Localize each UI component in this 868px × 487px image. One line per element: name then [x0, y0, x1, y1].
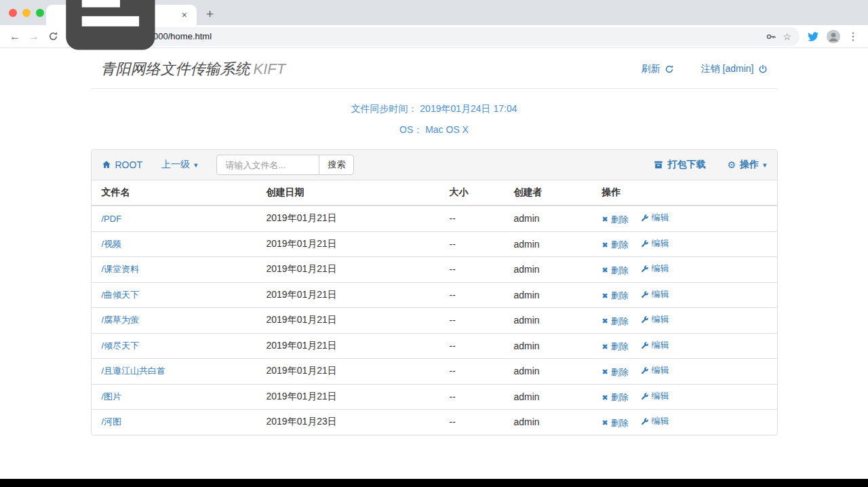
edit-button[interactable]: 编辑 — [641, 288, 669, 300]
file-size: -- — [444, 282, 509, 308]
search-button[interactable]: 搜索 — [319, 155, 354, 175]
table-row: /图片 2019年01月21日 -- admin ✖删除 编辑 — [92, 384, 777, 410]
file-toolbar: ROOT 上一级 ▾ 搜索 打包下载 — [92, 150, 777, 180]
file-date: 2019年01月21日 — [261, 257, 444, 283]
column-header-date: 创建日期 — [261, 180, 444, 206]
refresh-button[interactable]: 刷新 — [642, 63, 674, 75]
delete-button[interactable]: ✖删除 — [602, 315, 629, 328]
os-label: OS： — [399, 124, 422, 135]
extension-icon[interactable] — [808, 31, 819, 42]
delete-button[interactable]: ✖删除 — [602, 391, 629, 404]
table-row: /倾尽天下 2019年01月21日 -- admin ✖删除 编辑 — [92, 333, 777, 359]
file-creator: admin — [509, 410, 597, 435]
fullscreen-window-button[interactable] — [36, 9, 44, 17]
profile-avatar[interactable] — [826, 29, 841, 44]
tab-favicon — [53, 0, 168, 66]
minimize-window-button[interactable] — [22, 9, 31, 17]
file-date: 2019年01月23日 — [261, 410, 444, 435]
table-row: /腐草为萤 2019年01月21日 -- admin ✖删除 编辑 — [92, 308, 777, 334]
search-input[interactable] — [216, 155, 319, 175]
delete-button[interactable]: ✖删除 — [602, 265, 629, 277]
delete-icon: ✖ — [602, 292, 608, 300]
browser-tab[interactable]: KIFT × — [46, 5, 197, 25]
table-row: /曲倾天下 2019年01月21日 -- admin ✖删除 编辑 — [92, 282, 777, 308]
file-creator: admin — [509, 308, 597, 334]
edit-button[interactable]: 编辑 — [641, 212, 669, 224]
actions-dropdown[interactable]: ⚙ 操作 ▾ — [727, 159, 766, 171]
file-link[interactable]: /PDF — [102, 214, 122, 224]
table-header-row: 文件名 创建日期 大小 创建者 操作 — [92, 180, 777, 206]
logout-button[interactable]: 注销 [admin] — [701, 63, 768, 75]
wrench-icon — [641, 366, 649, 374]
file-link[interactable]: /图片 — [102, 391, 122, 402]
file-date: 2019年01月21日 — [261, 308, 444, 334]
sync-time-line: 文件同步时间： 2019年01月24日 17:04 — [91, 103, 778, 115]
file-date: 2019年01月21日 — [261, 206, 444, 231]
edit-button[interactable]: 编辑 — [641, 339, 669, 351]
table-row: /PDF 2019年01月21日 -- admin ✖删除 编辑 — [92, 206, 777, 231]
chevron-down-icon: ▾ — [763, 161, 767, 170]
wrench-icon — [641, 315, 649, 324]
file-link[interactable]: /腐草为萤 — [102, 315, 140, 325]
file-size: -- — [444, 231, 509, 257]
edit-button[interactable]: 编辑 — [641, 415, 669, 427]
file-size: -- — [444, 308, 509, 334]
file-size: -- — [444, 333, 509, 359]
column-header-size: 大小 — [444, 180, 509, 206]
file-link[interactable]: /河图 — [102, 416, 122, 427]
edit-button[interactable]: 编辑 — [641, 237, 669, 250]
delete-button[interactable]: ✖删除 — [602, 290, 629, 302]
file-link[interactable]: /视频 — [102, 239, 122, 249]
tab-close-icon[interactable]: × — [179, 9, 190, 21]
address-bar[interactable]: ⓘ 127.0.0.1:9000/home.html ☆ — [85, 27, 800, 46]
delete-button[interactable]: ✖删除 — [602, 340, 629, 353]
table-row: /课堂资料 2019年01月21日 -- admin ✖删除 编辑 — [92, 257, 777, 283]
delete-icon: ✖ — [602, 368, 608, 376]
password-key-icon[interactable] — [766, 31, 776, 42]
search-group: 搜索 — [216, 155, 354, 175]
edit-button[interactable]: 编辑 — [641, 313, 669, 326]
file-creator: admin — [509, 282, 597, 308]
os-value: Mac OS X — [425, 124, 469, 135]
new-tab-button[interactable]: + — [206, 7, 214, 22]
file-link[interactable]: /且邀江山共白首 — [102, 366, 166, 376]
wrench-icon — [641, 265, 649, 273]
file-date: 2019年01月21日 — [261, 333, 444, 359]
table-row: /视频 2019年01月21日 -- admin ✖删除 编辑 — [92, 231, 777, 257]
delete-icon: ✖ — [602, 418, 608, 427]
wrench-icon — [641, 392, 649, 400]
delete-button[interactable]: ✖删除 — [602, 239, 629, 251]
close-window-button[interactable] — [9, 9, 17, 17]
back-icon[interactable]: ← — [5, 27, 24, 46]
bookmark-star-icon[interactable]: ☆ — [783, 31, 791, 42]
file-link[interactable]: /曲倾天下 — [102, 290, 140, 300]
edit-button[interactable]: 编辑 — [641, 364, 669, 376]
file-table-body: /PDF 2019年01月21日 -- admin ✖删除 编辑 /视频 201… — [92, 206, 777, 435]
delete-button[interactable]: ✖删除 — [602, 214, 629, 226]
package-download-button[interactable]: 打包下载 — [654, 159, 705, 171]
file-size: -- — [444, 359, 509, 385]
edit-button[interactable]: 编辑 — [641, 262, 669, 275]
edit-button[interactable]: 编辑 — [641, 390, 669, 402]
screen: KIFT × + ← → ⓘ 127.0.0.1:9000/home.html … — [0, 0, 868, 487]
delete-button[interactable]: ✖删除 — [602, 366, 629, 378]
archive-icon — [654, 160, 663, 170]
desktop-edge — [0, 479, 868, 487]
file-creator: admin — [509, 384, 597, 410]
sync-time-label: 文件同步时间： — [351, 103, 417, 114]
file-creator: admin — [509, 359, 597, 385]
delete-icon: ✖ — [602, 343, 608, 351]
file-link[interactable]: /课堂资料 — [102, 264, 140, 274]
delete-icon: ✖ — [602, 266, 608, 275]
delete-button[interactable]: ✖删除 — [602, 417, 629, 429]
page-content: 青阳网络文件传输系统KIFT 刷新 注销 [admin] 文件同步时间： 201… — [0, 48, 868, 435]
forward-icon[interactable]: → — [24, 27, 43, 46]
table-row: /且邀江山共白首 2019年01月21日 -- admin ✖删除 编辑 — [92, 359, 777, 385]
up-level-dropdown[interactable]: 上一级 ▾ — [161, 159, 198, 171]
file-link[interactable]: /倾尽天下 — [102, 340, 140, 351]
root-button[interactable]: ROOT — [102, 159, 142, 170]
delete-icon: ✖ — [602, 215, 608, 224]
file-date: 2019年01月21日 — [261, 282, 444, 308]
home-icon — [102, 160, 111, 170]
browser-menu-icon[interactable]: ⋮ — [848, 30, 859, 43]
